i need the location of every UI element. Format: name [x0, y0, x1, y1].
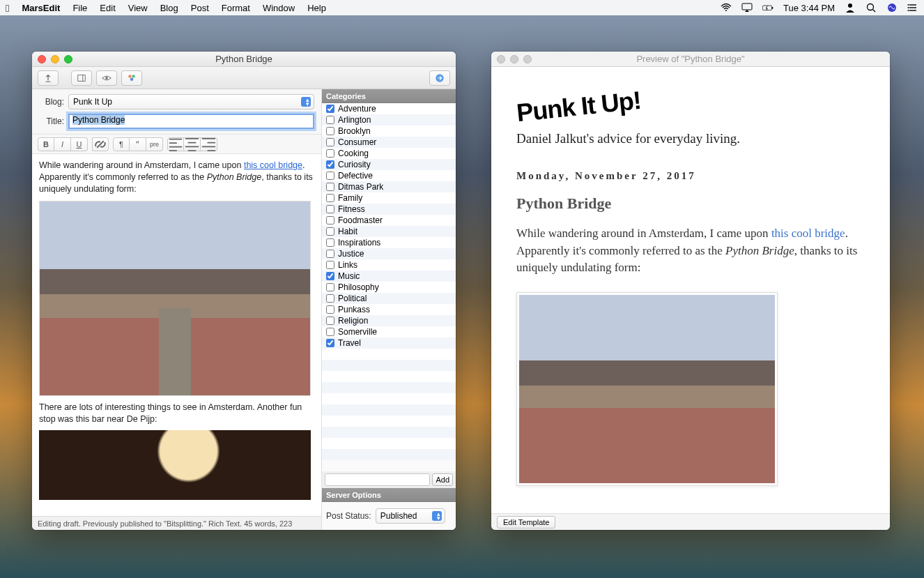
category-checkbox[interactable] — [326, 261, 334, 269]
close-button[interactable] — [38, 55, 46, 63]
content-image-bar[interactable] — [39, 430, 311, 500]
category-checkbox[interactable] — [326, 227, 334, 236]
category-checkbox[interactable] — [326, 294, 334, 303]
airplay-icon[interactable] — [741, 2, 753, 13]
menu-file[interactable]: File — [72, 3, 87, 13]
category-checkbox[interactable] — [326, 105, 334, 113]
notification-center-icon[interactable] — [907, 2, 918, 13]
svg-point-4 — [848, 3, 852, 8]
menu-window[interactable]: Window — [263, 3, 295, 13]
send-button[interactable] — [429, 70, 450, 86]
category-row[interactable]: Justice — [322, 248, 456, 259]
category-checkbox[interactable] — [326, 283, 334, 291]
menu-blog[interactable]: Blog — [160, 3, 178, 13]
category-row[interactable]: Foodmaster — [322, 215, 456, 226]
menubar-clock[interactable]: Tue 3:44 PM — [783, 3, 835, 13]
align-left-button[interactable] — [167, 137, 184, 151]
preview-link[interactable]: this cool bridge — [771, 227, 845, 240]
content-link[interactable]: this cool bridge — [244, 160, 302, 170]
category-row[interactable]: Links — [322, 259, 456, 271]
title-input[interactable]: Python Bridge — [68, 114, 314, 129]
apple-menu-icon[interactable]:  — [6, 2, 9, 14]
category-row[interactable]: Brooklyn — [322, 126, 456, 137]
media-button[interactable] — [121, 70, 142, 86]
category-row[interactable]: Philosophy — [322, 282, 456, 293]
category-row[interactable]: Inspirations — [322, 237, 456, 248]
category-label: Consumer — [338, 137, 376, 147]
siri-icon[interactable] — [886, 2, 898, 13]
underline-button[interactable]: U — [71, 137, 88, 151]
close-button[interactable] — [497, 55, 505, 63]
category-row[interactable]: Arlington — [322, 114, 456, 126]
category-checkbox[interactable] — [326, 205, 334, 213]
category-row[interactable]: Somerville — [322, 326, 456, 337]
category-checkbox[interactable] — [326, 194, 334, 202]
category-row[interactable]: Cooking — [322, 148, 456, 159]
app-name[interactable]: MarsEdit — [22, 3, 60, 13]
minimize-button[interactable] — [51, 55, 59, 63]
category-checkbox[interactable] — [326, 160, 334, 169]
category-checkbox[interactable] — [326, 328, 334, 336]
user-icon[interactable] — [845, 2, 856, 13]
spotlight-icon[interactable] — [865, 2, 877, 13]
category-row[interactable]: Travel — [322, 337, 456, 349]
menu-help[interactable]: Help — [307, 3, 326, 13]
category-row[interactable]: Consumer — [322, 137, 456, 148]
align-center-button[interactable] — [184, 137, 201, 151]
category-checkbox[interactable] — [326, 127, 334, 135]
category-checkbox[interactable] — [326, 138, 334, 146]
category-row[interactable]: Ditmas Park — [322, 181, 456, 192]
category-checkbox[interactable] — [326, 216, 334, 225]
category-row[interactable]: Family — [322, 192, 456, 204]
category-row[interactable]: Political — [322, 293, 456, 304]
category-checkbox[interactable] — [326, 339, 334, 347]
italic-button[interactable]: I — [54, 137, 71, 151]
category-checkbox[interactable] — [326, 317, 334, 325]
publish-button[interactable] — [38, 70, 59, 86]
paragraph-button[interactable]: ¶ — [113, 137, 130, 151]
zoom-button[interactable] — [64, 55, 72, 63]
wifi-icon[interactable] — [721, 2, 732, 13]
bold-button[interactable]: B — [38, 137, 54, 151]
post-status-select[interactable]: Published ▴▾ — [376, 508, 445, 524]
category-checkbox[interactable] — [326, 238, 334, 247]
category-row[interactable]: Religion — [322, 315, 456, 326]
menu-view[interactable]: View — [128, 3, 148, 13]
link-button[interactable] — [92, 137, 109, 151]
category-checkbox[interactable] — [326, 250, 334, 258]
category-checkbox[interactable] — [326, 172, 334, 180]
align-right-button[interactable] — [201, 137, 217, 151]
minimize-button[interactable] — [510, 55, 518, 63]
category-checkbox[interactable] — [326, 305, 334, 314]
category-row[interactable]: Punkass — [322, 304, 456, 315]
editor-content[interactable]: While wandering around in Amsterdam, I c… — [32, 154, 321, 516]
category-row[interactable]: Music — [322, 271, 456, 282]
menu-format[interactable]: Format — [222, 3, 250, 13]
preview-titlebar[interactable]: Preview of "Python Bridge" — [491, 52, 890, 67]
preview-button[interactable] — [96, 70, 117, 86]
menu-post[interactable]: Post — [191, 3, 209, 13]
category-row[interactable]: Habit — [322, 226, 456, 237]
menu-edit[interactable]: Edit — [100, 3, 115, 13]
edit-template-button[interactable]: Edit Template — [497, 516, 555, 528]
add-category-button[interactable]: Add — [432, 473, 453, 486]
category-checkbox[interactable] — [326, 116, 334, 124]
content-image-bridge[interactable] — [39, 201, 311, 396]
pre-button[interactable]: pre — [146, 137, 163, 151]
blog-select[interactable]: Punk It Up ▴▾ — [68, 94, 314, 109]
preview-content[interactable]: Punk It Up! Daniel Jalkut's advice for e… — [491, 67, 890, 513]
category-checkbox[interactable] — [326, 149, 334, 158]
zoom-button[interactable] — [523, 55, 532, 63]
category-row[interactable]: Curiosity — [322, 159, 456, 170]
category-row[interactable]: Adventure — [322, 103, 456, 114]
category-checkbox[interactable] — [326, 272, 334, 280]
add-category-input[interactable] — [325, 473, 430, 486]
options-button[interactable] — [71, 70, 92, 86]
blockquote-button[interactable]: “ — [130, 137, 146, 151]
category-checkbox[interactable] — [326, 183, 334, 191]
category-row[interactable]: Defective — [322, 170, 456, 181]
editor-titlebar[interactable]: Python Bridge — [32, 52, 456, 67]
category-row[interactable]: Fitness — [322, 204, 456, 215]
battery-icon[interactable] — [762, 2, 773, 13]
categories-list[interactable]: AdventureArlingtonBrooklynConsumerCookin… — [322, 103, 456, 471]
